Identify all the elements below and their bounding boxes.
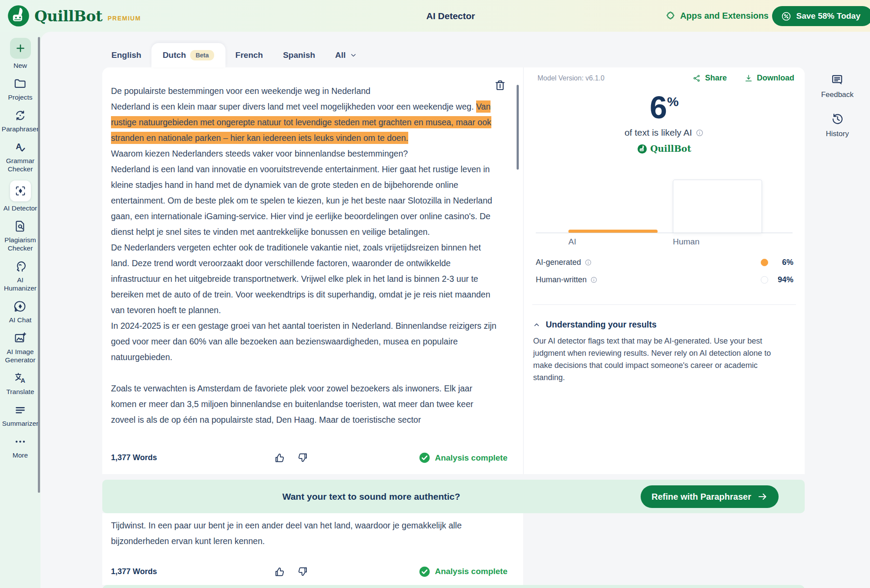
image-icon (13, 331, 27, 345)
chevron-up-icon[interactable] (533, 321, 540, 328)
score-caption: of text is likely AI (625, 127, 692, 138)
legend-row-ai-generated: AI-generated6% (536, 254, 793, 271)
chat-icon (13, 300, 27, 313)
human-bar (673, 180, 762, 233)
understanding-body: Our AI detector flags text that may be A… (533, 335, 787, 384)
main-content: EnglishDutchBetaFrenchSpanishAll De popu… (40, 32, 870, 588)
plagiarism-icon (13, 220, 27, 233)
tab-label: Spanish (283, 50, 315, 60)
apps-and-extensions-label: Apps and Extensions (680, 11, 769, 21)
download-button[interactable]: Download (744, 74, 794, 83)
sidebar-item-label: AI Chat (0, 316, 40, 324)
sidebar-item-label: New (0, 61, 40, 70)
sidebar-item-ai-humanizer[interactable]: AI Humanizer (0, 260, 40, 292)
quillbot-logo-icon (637, 144, 647, 154)
legend-row-human-written: Human-written94% (536, 271, 793, 288)
sidebar-item-label: AI Detector (0, 204, 40, 212)
thumbs-up-button[interactable] (274, 566, 286, 578)
sidebar-scrollbar[interactable] (38, 37, 40, 493)
sidebar-item-paraphraser[interactable]: Paraphraser (0, 109, 40, 133)
model-version: Model Version: v6.1.0 (537, 74, 605, 82)
tab-all[interactable]: All (325, 43, 367, 67)
editor-paragraph: De Nederlanders vergeten echter ook de t… (111, 240, 499, 318)
share-icon (692, 74, 701, 83)
delete-text-button[interactable] (494, 79, 507, 92)
legend-dot (761, 259, 768, 266)
quillbot-logo[interactable]: QuillBot PREMIUM (7, 4, 141, 27)
thumbs-down-button[interactable] (296, 566, 308, 578)
sidebar-item-grammar-checker[interactable]: AGrammar Checker (0, 140, 40, 173)
second-result-card: Tijdwinst. In een paar uur bent je in ee… (102, 513, 523, 585)
history-button[interactable]: History (826, 112, 849, 138)
refine-banner: Want your text to sound more authentic? … (102, 480, 805, 513)
language-tabs: EnglishDutchBetaFrenchSpanishAll (101, 43, 367, 67)
sidebar-item-label: AI Humanizer (0, 276, 40, 292)
editor-footer: 1,377 Words Analysis complete (102, 441, 523, 474)
score-value: 6 (650, 90, 667, 125)
tab-french[interactable]: French (225, 43, 273, 67)
editor-paragraph: De populairste bestemmingen voor een wee… (111, 83, 499, 99)
download-label: Download (757, 74, 794, 83)
editor-paragraph: Nederland is een land van innovatie en v… (111, 161, 499, 240)
tab-spanish[interactable]: Spanish (273, 43, 325, 67)
sidebar-item-projects[interactable]: Projects (0, 77, 40, 101)
save-58-button[interactable]: Save 58% Today (772, 6, 870, 26)
sidebar-item-ai-chat[interactable]: AI Chat (0, 300, 40, 324)
quillbot-watermark: QuillBot (524, 144, 805, 154)
ai-bar-label: AI (568, 237, 576, 247)
sidebar-item-new[interactable]: New (0, 38, 40, 70)
plus-icon (10, 38, 31, 59)
sidebar-item-translate[interactable]: ATranslate (0, 371, 40, 396)
feedback-icon (830, 73, 844, 87)
thumbs-up-button[interactable] (274, 452, 286, 464)
human-bar-label: Human (673, 237, 699, 247)
history-icon (831, 112, 844, 126)
tab-label: All (335, 50, 346, 60)
share-label: Share (705, 74, 727, 83)
save-58-label: Save 58% Today (796, 11, 860, 21)
sidebar: NewProjectsParaphraserAGrammar CheckerAI… (0, 32, 40, 588)
sidebar-item-summarizer[interactable]: Summarizer (0, 403, 40, 428)
arrow-right-icon (757, 491, 768, 502)
editor-scrollbar[interactable] (517, 85, 519, 170)
thumbs-down-button[interactable] (296, 452, 308, 464)
translate-icon: A (13, 371, 27, 385)
sidebar-item-label: Translate (0, 388, 40, 396)
tab-english[interactable]: English (101, 43, 151, 67)
editor-panel: De populairste bestemmingen voor een wee… (102, 67, 523, 474)
word-count: 1,377 Words (111, 453, 157, 462)
premium-badge: PREMIUM (107, 15, 141, 22)
tab-dutch[interactable]: DutchBeta (151, 43, 225, 67)
feedback-button[interactable]: Feedback (821, 73, 854, 99)
results-header: Model Version: v6.1.0 Share Download (537, 74, 794, 83)
sidebar-item-label: More (0, 451, 40, 459)
share-button[interactable]: Share (692, 74, 727, 83)
sidebar-item-label: Projects (0, 93, 40, 101)
refine-with-paraphraser-button[interactable]: Refine with Paraphraser (641, 485, 779, 508)
chart-legend: AI-generated6%Human-written94% (536, 254, 793, 288)
analysis-status-label: Analysis complete (435, 453, 507, 463)
second-card-text[interactable]: Tijdwinst. In een paar uur bent je in ee… (111, 518, 499, 549)
editor-text-area[interactable]: De populairste bestemmingen voor een wee… (111, 83, 499, 446)
info-icon[interactable] (584, 259, 592, 266)
sidebar-item-label: Paraphraser (0, 125, 40, 133)
sidebar-item-plagiarism-checker[interactable]: Plagiarism Checker (0, 220, 40, 252)
sidebar-item-ai-detector[interactable]: AI Detector (0, 180, 40, 212)
sidebar-item-label: Plagiarism Checker (0, 236, 40, 252)
sidebar-item-ai-image-generator[interactable]: AI Image Generator (0, 331, 40, 364)
apps-and-extensions-button[interactable]: Apps and Extensions (665, 0, 780, 32)
check-circle-icon (419, 566, 430, 578)
legend-dot (761, 276, 768, 284)
sidebar-item-label: Summarizer (0, 419, 40, 428)
info-icon[interactable] (695, 129, 704, 137)
paraphrase-icon (13, 109, 27, 122)
sidebar-item-more[interactable]: More (0, 435, 40, 459)
second-card-footer: 1,377 Words Analysis complete (102, 558, 523, 585)
text-segment: De populairste bestemmingen voor een wee… (111, 86, 370, 96)
editor-paragraph: Zoals te verwachten is Amsterdam de favo… (111, 381, 499, 428)
info-icon[interactable] (590, 276, 598, 284)
editor-paragraph: In 2024-2025 is er een gestage groei van… (111, 318, 499, 365)
next-banner-strip (102, 585, 805, 588)
brand-name: QuillBot (34, 7, 102, 25)
text-segment: De Nederlanders vergeten echter ook de t… (111, 243, 490, 315)
